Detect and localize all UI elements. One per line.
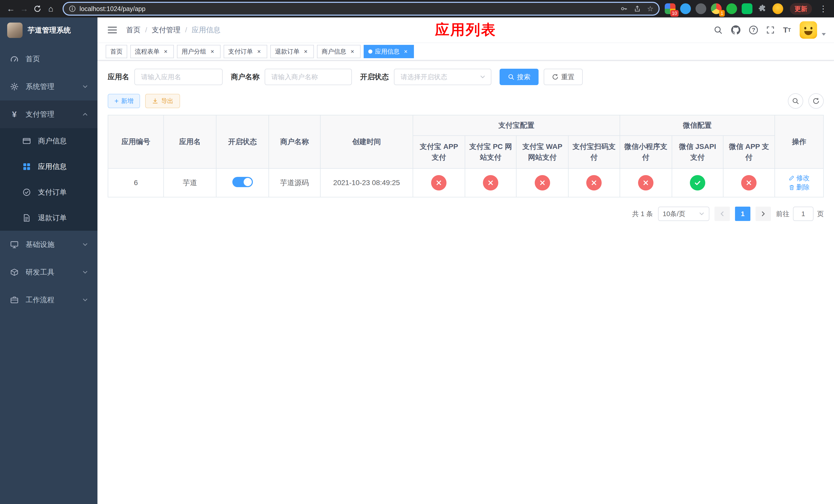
export-button[interactable]: 导出 [145,94,180,108]
tab-user-group[interactable]: 用户分组× [177,45,221,58]
monitor-icon [9,240,20,249]
breadcrumb-separator: / [145,26,147,34]
sidebar-item-system-management[interactable]: 系统管理 [0,73,97,100]
address-bar[interactable]: localhost:1024/pay/app ☆ [63,2,660,16]
search-button[interactable]: 搜索 [500,69,539,85]
password-key-icon[interactable] [620,5,628,12]
extension-icon-5[interactable] [726,3,737,14]
fullscreen-icon[interactable] [767,26,774,34]
hamburger-icon[interactable] [106,24,119,36]
app-title: 芋道管理系统 [28,25,71,35]
github-icon[interactable] [731,25,740,35]
tab-flow-form[interactable]: 流程表单× [130,45,174,58]
browser-home-icon[interactable]: ⌂ [44,2,58,15]
pagination-total: 共 1 条 [632,209,653,219]
column-header: 开启状态 [216,115,269,168]
user-avatar[interactable] [799,21,817,39]
chrome-update-button[interactable]: 更新 [790,3,812,15]
sidebar-item-merchant-info[interactable]: 商户信息 [0,128,97,154]
browser-back-icon[interactable]: ← [4,2,18,15]
chevron-down-icon [82,84,88,90]
profile-avatar-icon[interactable] [772,3,783,14]
column-header: 微信 JSAPI 支付 [672,136,723,168]
tab-close-icon[interactable]: × [302,48,309,55]
bookmark-star-icon[interactable]: ☆ [647,5,654,13]
tab-close-icon[interactable]: × [402,48,409,55]
browser-forward-icon[interactable]: → [18,2,31,15]
app-name-input[interactable] [134,69,223,85]
merchant-name-input[interactable] [265,69,352,85]
breadcrumb-home[interactable]: 首页 [126,25,140,35]
prev-page-button[interactable] [715,207,730,221]
help-icon[interactable]: ? [749,26,758,35]
extension-badge-2: 1 [719,10,725,17]
browser-chrome: ← → ⌂ localhost:1024/pay/app ☆ 10 1 更新 ⋮ [0,0,834,18]
search-icon[interactable] [714,26,722,35]
create-time-cell: 2021-10-23 08:49:25 [320,168,413,197]
goto-page-input[interactable] [793,207,813,221]
refresh-button[interactable] [808,93,824,109]
extension-icon-1[interactable]: 10 [665,3,676,14]
navbar: 首页 / 支付管理 / 应用信息 应用列表 ? TT [97,18,834,43]
tab-pay-order[interactable]: 支付订单× [224,45,267,58]
sidebar-item-home[interactable]: 首页 [0,45,97,73]
chrome-menu-icon[interactable]: ⋮ [816,2,830,15]
browser-reload-icon[interactable] [31,2,44,15]
sidebar-item-pay-order[interactable]: 支付订单 [0,180,97,205]
tab-refund-order[interactable]: 退款订单× [270,45,314,58]
page-number-button[interactable]: 1 [735,207,750,221]
tab-close-icon[interactable]: × [209,48,216,55]
extension-icon-2[interactable] [680,3,691,14]
sidebar-logo[interactable]: 芋道管理系统 [0,18,97,43]
edit-link[interactable]: 修改 [789,174,810,183]
tab-home[interactable]: 首页 [106,45,127,58]
tab-label: 支付订单 [228,47,253,55]
sidebar-item-payment-management[interactable]: ¥支付管理 [0,100,97,128]
delete-link[interactable]: 删除 [789,183,810,192]
toolbox-icon [9,268,20,276]
tab-close-icon[interactable]: × [256,48,263,55]
status-cell [216,168,269,197]
status-toggle[interactable] [232,177,253,187]
extensions-puzzle-icon[interactable] [757,3,768,14]
tab-close-icon[interactable]: × [349,48,356,55]
sidebar-item-app-info[interactable]: 应用信息 [0,154,97,180]
site-info-icon[interactable] [69,5,76,12]
close-circle-icon [431,175,446,190]
gear-icon [9,83,20,91]
next-page-button[interactable] [755,207,771,221]
extension-icon-3[interactable] [696,3,706,14]
sidebar-item-label: 应用信息 [38,162,67,171]
yen-icon: ¥ [9,110,20,118]
tab-close-icon[interactable]: × [162,48,169,55]
tab-label: 用户分组 [181,47,206,55]
sidebar-item-infrastructure[interactable]: 基础设施 [0,231,97,258]
url-text: localhost:1024/pay/app [80,5,146,13]
tab-merchant-info[interactable]: 商户信息× [317,45,360,58]
font-size-icon[interactable]: TT [783,26,791,35]
close-circle-icon [483,175,498,190]
page-size-select[interactable]: 10条/页 [658,207,709,221]
config-cell [413,168,465,197]
breadcrumb-separator: / [185,26,187,34]
breadcrumb-pay-management[interactable]: 支付管理 [152,25,180,35]
sidebar-item-label: 研发工具 [26,267,54,277]
sidebar-item-label: 首页 [26,54,40,64]
extension-icon-6[interactable] [742,3,752,14]
status-select[interactable]: 请选择开启状态 [394,69,491,85]
extension-icon-4[interactable]: 1 [711,3,722,14]
caret-down-icon[interactable] [822,33,826,36]
refund-doc-icon [22,214,32,222]
bank-card-icon [22,137,32,145]
reset-button[interactable]: 重置 [544,69,583,85]
actions-cell: 修改删除 [775,168,824,197]
add-button[interactable]: + 新增 [108,94,140,108]
sidebar-item-dev-tools[interactable]: 研发工具 [0,258,97,286]
merchant-name-label: 商户名称 [231,72,260,82]
order-check-icon [22,188,32,197]
toggle-search-button[interactable] [788,93,803,109]
sidebar-item-workflow[interactable]: 工作流程 [0,286,97,314]
share-icon[interactable] [634,5,641,12]
sidebar-item-refund-order[interactable]: 退款订单 [0,205,97,231]
tab-app-info[interactable]: 应用信息× [364,45,414,58]
